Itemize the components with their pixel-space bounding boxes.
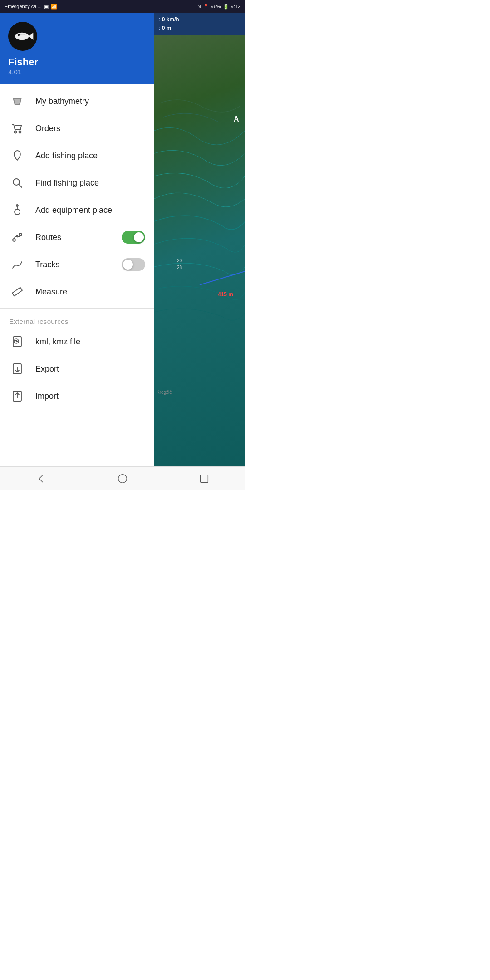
kml-label: kml, kmz file <box>35 337 145 347</box>
map-topbar: : 0 km/h : 0 m <box>154 13 245 35</box>
status-right: N 📍 96% 🔋 9:12 <box>197 4 240 10</box>
fish-logo-icon <box>11 25 34 48</box>
nfc-icon: N <box>197 4 201 9</box>
svg-line-26 <box>17 290 18 291</box>
section-divider <box>0 308 154 309</box>
menu-item-import[interactable]: Import <box>0 382 154 410</box>
tracks-toggle[interactable] <box>122 258 145 271</box>
home-button[interactable] <box>109 470 136 488</box>
back-button[interactable] <box>27 470 54 488</box>
external-resources-label: External resources <box>0 311 154 328</box>
routes-toggle[interactable] <box>122 231 145 244</box>
routes-label: Routes <box>35 233 112 242</box>
menu-item-tracks[interactable]: Tracks <box>0 251 154 278</box>
distance-row: : 0 m <box>159 24 240 33</box>
svg-point-17 <box>15 209 20 215</box>
import-label: Import <box>35 392 145 401</box>
svg-point-32 <box>118 474 127 483</box>
map-background: : 0 km/h : 0 m 415 m 20 28 A Kregžlė <box>154 13 245 490</box>
clock: 9:12 <box>231 4 240 9</box>
export-icon <box>9 363 25 375</box>
routes-toggle-knob <box>134 232 144 242</box>
tracks-toggle-knob <box>123 260 133 270</box>
home-icon <box>117 473 128 485</box>
orders-label: Orders <box>35 124 145 133</box>
location-icon: 📍 <box>203 4 209 10</box>
back-icon <box>35 473 47 485</box>
svg-point-22 <box>17 236 18 237</box>
export-label: Export <box>35 364 145 374</box>
svg-text:A: A <box>234 115 239 123</box>
kml-icon <box>9 335 25 348</box>
svg-line-24 <box>14 292 15 293</box>
search-icon <box>9 176 25 189</box>
app-version: 4.01 <box>8 68 146 76</box>
menu-item-measure[interactable]: Measure <box>0 278 154 305</box>
svg-marker-7 <box>29 33 33 40</box>
wifi-icon: 📶 <box>51 4 57 10</box>
sim-icon: ▣ <box>44 4 49 10</box>
menu-item-add-fishing-place[interactable]: Add fishing place <box>0 142 154 169</box>
svg-line-16 <box>19 185 22 188</box>
svg-point-14 <box>16 152 19 156</box>
svg-text:28: 28 <box>177 265 182 270</box>
svg-point-20 <box>13 239 15 241</box>
routes-icon <box>9 231 25 244</box>
svg-point-19 <box>16 205 18 206</box>
drawer-panel: Fisher 4.01 My bathymetry <box>0 13 154 490</box>
app-logo <box>8 22 37 51</box>
emergency-text: Emergency cal... <box>5 4 42 9</box>
battery-text: 96% <box>211 4 221 9</box>
tracks-label: Tracks <box>35 260 112 270</box>
add-equipment-label: Add equipment place <box>35 206 145 215</box>
measure-label: Measure <box>35 287 145 297</box>
svg-text:20: 20 <box>177 258 182 263</box>
add-fishing-place-label: Add fishing place <box>35 151 145 161</box>
svg-rect-33 <box>201 475 208 482</box>
tracks-icon <box>9 258 25 271</box>
recent-button[interactable] <box>191 470 218 488</box>
svg-text:Kregžlė: Kregžlė <box>157 390 172 395</box>
bottom-navigation <box>0 466 245 490</box>
bathymetry-label: My bathymetry <box>35 97 145 106</box>
orders-icon <box>9 122 25 135</box>
menu-item-export[interactable]: Export <box>0 355 154 382</box>
status-left: Emergency cal... ▣ 📶 <box>5 4 57 10</box>
menu-item-orders[interactable]: Orders <box>0 115 154 142</box>
svg-rect-23 <box>12 287 23 296</box>
import-icon <box>9 390 25 402</box>
svg-text:415 m: 415 m <box>218 291 233 298</box>
topo-svg: 415 m 20 28 A Kregžlė <box>154 40 245 448</box>
menu-item-find-fishing-place[interactable]: Find fishing place <box>0 169 154 196</box>
battery-icon: 🔋 <box>223 4 229 10</box>
menu-item-kml[interactable]: kml, kmz file <box>0 328 154 355</box>
add-pin-icon <box>9 149 25 162</box>
menu-item-bathymetry[interactable]: My bathymetry <box>0 88 154 115</box>
menu-list: My bathymetry Orders Add f <box>0 84 154 490</box>
status-bar: Emergency cal... ▣ 📶 N 📍 96% 🔋 9:12 <box>0 0 245 13</box>
bathymetry-icon <box>9 95 25 108</box>
menu-item-add-equipment-place[interactable]: Add equipment place <box>0 196 154 224</box>
speed-row: : 0 km/h <box>159 15 240 24</box>
app-name: Fisher <box>8 56 146 68</box>
svg-point-6 <box>15 33 29 40</box>
menu-item-routes[interactable]: Routes <box>0 224 154 251</box>
bobber-icon <box>9 204 25 216</box>
svg-line-0 <box>200 271 245 285</box>
svg-point-21 <box>19 233 22 236</box>
recent-icon <box>198 473 210 485</box>
svg-point-12 <box>19 131 21 133</box>
find-fishing-place-label: Find fishing place <box>35 178 145 188</box>
drawer-header: Fisher 4.01 <box>0 13 154 84</box>
svg-point-11 <box>15 131 17 133</box>
measure-icon <box>9 285 25 298</box>
